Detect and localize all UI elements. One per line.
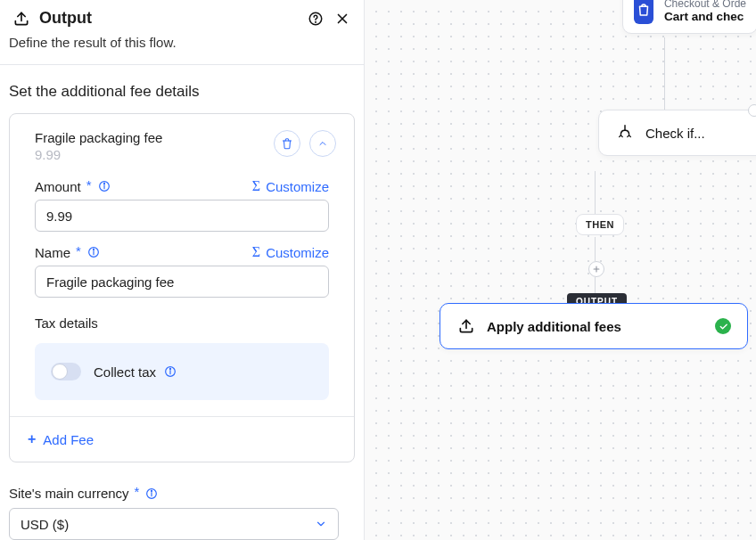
edge bbox=[595, 171, 596, 214]
plus-icon: + bbox=[28, 431, 36, 447]
amount-label: Amount * bbox=[35, 179, 111, 194]
info-icon[interactable] bbox=[163, 364, 177, 379]
add-step-button[interactable] bbox=[588, 261, 604, 277]
branch-icon bbox=[615, 123, 635, 143]
toggle-knob bbox=[52, 364, 68, 380]
amount-input[interactable] bbox=[35, 200, 329, 232]
check-if-label: Check if... bbox=[645, 126, 705, 141]
close-icon[interactable] bbox=[333, 10, 351, 28]
sigma-icon: Σ bbox=[252, 244, 260, 260]
name-field-block: Name * Σ Customize bbox=[10, 239, 354, 305]
trash-icon bbox=[281, 137, 293, 150]
required-asterisk: * bbox=[86, 177, 92, 192]
fee-name-display: Fragile packaging fee bbox=[35, 130, 265, 145]
amount-field-block: Amount * Σ Customize bbox=[10, 173, 354, 239]
required-asterisk: * bbox=[135, 484, 140, 499]
svg-point-5 bbox=[93, 249, 94, 250]
fee-card-header: Fragile packaging fee 9.99 bbox=[10, 114, 354, 173]
info-icon[interactable] bbox=[144, 487, 159, 501]
trigger-category: Checkout & Orde bbox=[664, 0, 746, 10]
customize-amount-link[interactable]: Σ Customize bbox=[252, 178, 329, 194]
success-badge-icon bbox=[715, 318, 731, 334]
chevron-up-icon bbox=[317, 138, 328, 149]
name-label: Name * bbox=[35, 245, 101, 260]
collect-tax-label: Collect tax bbox=[94, 364, 177, 380]
svg-point-9 bbox=[152, 490, 152, 491]
fee-card: Fragile packaging fee 9.99 Amount * bbox=[9, 113, 355, 462]
panel-header: Output bbox=[0, 0, 364, 35]
currency-value: USD ($) bbox=[21, 517, 69, 532]
info-icon[interactable] bbox=[97, 179, 111, 193]
trigger-node[interactable]: Checkout & Orde Cart and chec bbox=[622, 0, 756, 34]
tax-box: Collect tax bbox=[35, 343, 329, 400]
then-pill: THEN bbox=[576, 214, 624, 235]
chevron-down-icon bbox=[315, 518, 327, 530]
sigma-icon: Σ bbox=[252, 178, 260, 194]
collect-tax-toggle[interactable] bbox=[51, 363, 81, 380]
customize-name-link[interactable]: Σ Customize bbox=[252, 244, 329, 260]
output-node-label: Apply additional fees bbox=[487, 319, 621, 334]
svg-point-1 bbox=[316, 21, 316, 22]
tax-details-label: Tax details bbox=[10, 305, 354, 338]
svg-point-3 bbox=[103, 183, 104, 184]
svg-point-7 bbox=[169, 368, 170, 369]
delete-fee-button[interactable] bbox=[274, 130, 300, 157]
required-asterisk: * bbox=[76, 243, 81, 258]
fee-amount-display: 9.99 bbox=[35, 147, 265, 162]
help-icon[interactable] bbox=[307, 10, 325, 28]
name-input[interactable] bbox=[35, 266, 329, 298]
currency-block: Site's main currency * USD ($) bbox=[0, 475, 364, 540]
panel-title: Output bbox=[39, 9, 298, 28]
output-icon bbox=[456, 316, 476, 336]
output-panel: Output Define the result of this flow. S… bbox=[0, 0, 365, 540]
check-if-node[interactable]: Check if... bbox=[598, 110, 756, 156]
section-title: Set the additional fee details bbox=[0, 65, 364, 113]
trigger-name: Cart and chec bbox=[664, 10, 746, 23]
currency-label: Site's main currency * bbox=[9, 486, 159, 501]
edge bbox=[664, 37, 665, 110]
shopping-bag-icon bbox=[634, 0, 653, 24]
node-port[interactable] bbox=[748, 104, 756, 117]
info-icon[interactable] bbox=[86, 245, 101, 259]
edge bbox=[595, 237, 596, 261]
output-node[interactable]: Apply additional fees bbox=[440, 303, 748, 349]
panel-subtitle: Define the result of this flow. bbox=[0, 35, 364, 64]
collapse-fee-button[interactable] bbox=[309, 130, 336, 157]
flow-canvas[interactable]: Checkout & Orde Cart and chec Check if..… bbox=[365, 0, 756, 540]
output-icon bbox=[12, 10, 30, 28]
add-fee-button[interactable]: + Add Fee bbox=[10, 417, 354, 462]
currency-select[interactable]: USD ($) bbox=[9, 508, 355, 540]
